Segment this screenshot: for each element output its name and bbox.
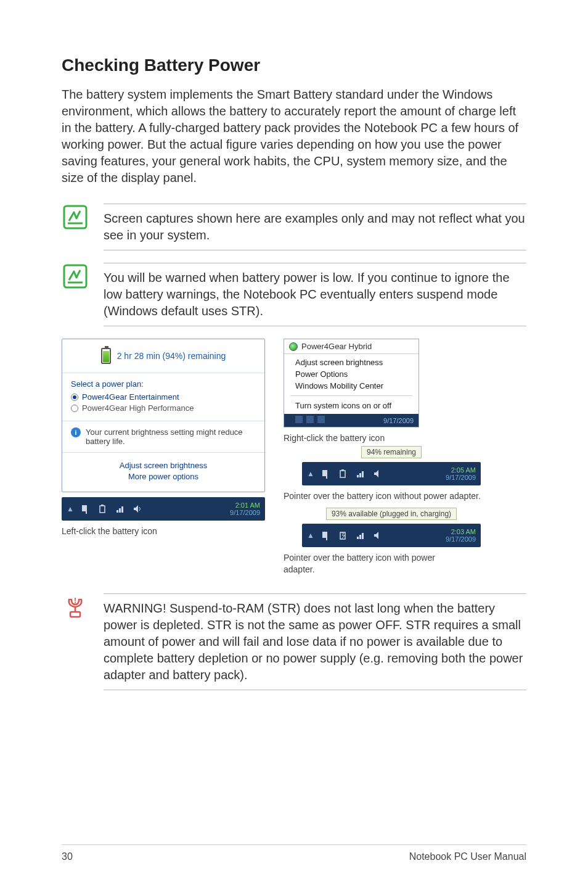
svg-rect-22: [357, 537, 359, 539]
page-heading: Checking Battery Power: [62, 56, 526, 75]
tray-date: 9/17/2009: [446, 474, 476, 481]
ctx-title: Power4Gear Hybrid: [301, 342, 372, 351]
volume-icon[interactable]: [132, 503, 143, 514]
svg-rect-17: [359, 473, 361, 477]
warning-icon: !: [62, 593, 89, 621]
note-2-text: You will be warned when battery power is…: [104, 263, 526, 326]
flag-icon[interactable]: [321, 530, 332, 541]
warning-text: WARNING! Suspend-to-RAM (STR) does not l…: [104, 593, 526, 690]
svg-rect-3: [86, 505, 87, 514]
network-icon[interactable]: [115, 503, 126, 514]
link-adjust-brightness[interactable]: Adjust screen brightness: [71, 461, 256, 470]
tray-time: 2:05 AM: [446, 466, 476, 474]
network-icon[interactable]: [355, 468, 366, 479]
note-icon: [62, 204, 89, 231]
battery-tray-icon[interactable]: [338, 468, 349, 479]
info-icon: i: [71, 427, 81, 437]
svg-text:!: !: [74, 596, 76, 605]
svg-rect-8: [121, 506, 123, 513]
tray-date: 9/17/2009: [446, 535, 476, 543]
ctx-caption: Right-click the battery icon: [284, 432, 526, 444]
svg-rect-20: [326, 532, 327, 540]
ctx-item-system-icons[interactable]: Turn system icons on or off: [295, 400, 419, 411]
flag-icon[interactable]: [321, 468, 332, 479]
svg-rect-2: [82, 505, 86, 511]
svg-rect-6: [116, 510, 118, 513]
tray2-caption: Pointer over the battery icon without po…: [284, 490, 526, 501]
battery-tooltip-charging: 93% available (plugged in, charging): [326, 508, 457, 520]
left-caption: Left-click the battery icon: [62, 526, 265, 537]
intro-text: The battery system implements the Smart …: [62, 86, 526, 186]
system-tray-with-adapter: 93% available (plugged in, charging) ▲ 2…: [302, 524, 481, 547]
svg-rect-15: [341, 469, 344, 471]
system-tray-no-adapter: 94% remaining ▲ 2:05 AM 9/17/2009: [302, 462, 481, 485]
plan-option-high-performance[interactable]: Power4Gear High Performance: [71, 403, 256, 413]
tray-icon: [317, 416, 325, 425]
svg-rect-4: [100, 506, 105, 513]
battery-tray-icon[interactable]: [97, 503, 108, 514]
chevron-up-icon[interactable]: ▲: [307, 469, 314, 478]
svg-rect-11: [317, 416, 325, 423]
battery-icon: [101, 348, 111, 364]
page-number: 30: [62, 851, 73, 862]
battery-tooltip: 94% remaining: [361, 446, 422, 458]
manual-title: Notebook PC User Manual: [409, 851, 526, 862]
system-tray: ▲ 2:01 AM 9/17/2009: [62, 497, 265, 521]
select-plan-label: Select a power plan:: [71, 379, 256, 389]
tray-icon: [295, 416, 303, 425]
link-more-power-options[interactable]: More power options: [71, 472, 256, 481]
svg-rect-25: [70, 612, 80, 617]
remaining-text: 2 hr 28 min (94%) remaining: [117, 351, 226, 361]
radio-selected-icon: [71, 394, 78, 401]
note-icon: [62, 263, 89, 290]
svg-rect-16: [357, 475, 359, 477]
svg-rect-18: [362, 471, 364, 477]
volume-icon[interactable]: [372, 468, 383, 479]
svg-rect-9: [295, 416, 303, 423]
flag-icon[interactable]: [80, 503, 91, 514]
svg-rect-5: [101, 505, 104, 506]
plan-label: Power4Gear Entertainment: [82, 392, 179, 402]
volume-icon[interactable]: [372, 530, 383, 541]
chevron-up-icon[interactable]: ▲: [67, 505, 74, 513]
ctx-item-power-options[interactable]: Power Options: [295, 368, 419, 380]
tray-time: 2:01 AM: [230, 501, 260, 509]
svg-rect-19: [322, 532, 326, 538]
battery-popup: 2 hr 28 min (94%) remaining Select a pow…: [62, 339, 265, 492]
svg-rect-23: [359, 535, 361, 539]
ctx-item-brightness[interactable]: Adjust screen brightness: [295, 357, 419, 368]
radio-icon: [71, 405, 78, 412]
svg-rect-10: [306, 416, 314, 423]
note-1-text: Screen captures shown here are examples …: [104, 204, 526, 250]
ctx-item-mobility-center[interactable]: Windows Mobility Center: [295, 380, 419, 392]
battery-charging-icon[interactable]: [338, 530, 349, 541]
ctx-tray-date: 9/17/2009: [383, 417, 414, 424]
brightness-note: Your current brightness setting might re…: [86, 427, 256, 446]
svg-rect-14: [340, 471, 345, 477]
svg-rect-24: [362, 533, 364, 539]
tray-icon: [306, 416, 314, 425]
battery-context-menu: Power4Gear Hybrid Adjust screen brightne…: [284, 339, 419, 427]
svg-rect-12: [322, 470, 326, 476]
tray-time: 2:03 AM: [446, 528, 476, 535]
network-icon[interactable]: [355, 530, 366, 541]
power4gear-icon: [289, 342, 298, 351]
plan-option-entertainment[interactable]: Power4Gear Entertainment: [71, 392, 256, 402]
svg-rect-13: [326, 470, 327, 479]
plan-label: Power4Gear High Performance: [82, 403, 194, 413]
tray3-caption: Pointer over the battery icon with power…: [284, 552, 444, 574]
chevron-up-icon[interactable]: ▲: [307, 531, 314, 540]
tray-date: 9/17/2009: [230, 509, 260, 516]
svg-rect-7: [119, 508, 121, 513]
